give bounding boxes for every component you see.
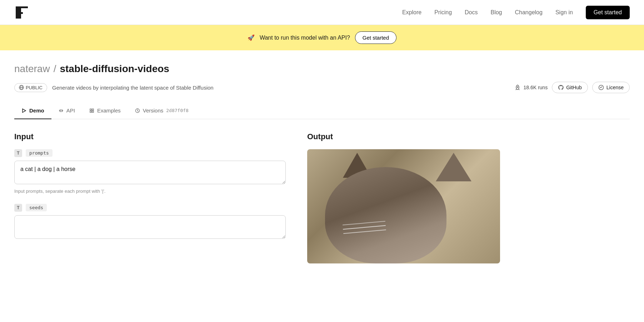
- tab-versions-label: Versions: [143, 107, 164, 114]
- runs-count: 18.6K runs: [514, 84, 548, 91]
- github-label: GitHub: [566, 85, 582, 90]
- breadcrumb-owner[interactable]: nateraw: [14, 63, 50, 75]
- tab-examples-label: Examples: [97, 107, 121, 114]
- tab-examples[interactable]: Examples: [82, 103, 128, 119]
- tab-versions-hash: 2d87f0f8: [166, 108, 189, 113]
- license-label: License: [606, 85, 624, 90]
- prompts-hint: Input prompts, separate each prompt with…: [14, 188, 286, 194]
- seeds-label-row: T seeds: [14, 204, 286, 212]
- breadcrumb-separator: /: [54, 63, 56, 75]
- model-meta: PUBLIC Generate videos by interpolating …: [14, 82, 630, 93]
- input-title: Input: [14, 132, 286, 141]
- clock-icon: [135, 108, 140, 113]
- nav-explore[interactable]: Explore: [402, 9, 421, 16]
- input-panel: Input T prompts Input prompts, separate …: [14, 132, 286, 263]
- svg-rect-12: [92, 111, 94, 112]
- cat-whiskers: [343, 225, 386, 229]
- nav-changelog[interactable]: Changelog: [515, 9, 543, 16]
- runs-label: 18.6K runs: [523, 85, 548, 90]
- page-content: nateraw / stable-diffusion-videos PUBLIC…: [0, 50, 644, 263]
- seeds-field-name: seeds: [26, 204, 47, 211]
- visibility-label: PUBLIC: [26, 85, 43, 90]
- tab-api-label: API: [66, 107, 75, 114]
- output-image: [307, 149, 500, 263]
- banner-get-started-button[interactable]: Get started: [355, 31, 396, 44]
- breadcrumb: nateraw / stable-diffusion-videos: [14, 63, 630, 75]
- banner-text: Want to run this model with an API?: [260, 35, 350, 41]
- examples-icon: [89, 108, 94, 113]
- nav-signin[interactable]: Sign in: [555, 9, 573, 16]
- prompts-type-icon: T: [14, 149, 22, 157]
- license-icon: [598, 85, 604, 90]
- nav-pricing[interactable]: Pricing: [434, 9, 452, 16]
- api-icon: [59, 108, 64, 113]
- breadcrumb-model[interactable]: stable-diffusion-videos: [60, 63, 169, 75]
- svg-point-6: [517, 86, 518, 88]
- rocket-icon: [514, 84, 521, 91]
- nav-get-started-button[interactable]: Get started: [586, 6, 630, 19]
- prompts-field-name: prompts: [26, 149, 53, 157]
- tab-demo[interactable]: Demo: [14, 103, 51, 119]
- model-meta-right: 18.6K runs GitHub License: [514, 82, 630, 93]
- github-button[interactable]: GitHub: [552, 82, 588, 93]
- model-description: Generate videos by interpolating the lat…: [52, 85, 214, 91]
- tab-versions[interactable]: Versions 2d87f0f8: [128, 103, 196, 119]
- main-content: Input T prompts Input prompts, separate …: [14, 132, 630, 263]
- output-title: Output: [307, 132, 630, 141]
- svg-rect-10: [92, 109, 94, 110]
- output-image-container: [307, 149, 500, 263]
- play-icon: [21, 108, 26, 113]
- tab-api[interactable]: API: [51, 103, 82, 119]
- nav-docs[interactable]: Docs: [465, 9, 478, 16]
- navbar: Explore Pricing Docs Blog Changelog Sign…: [0, 0, 644, 25]
- license-button[interactable]: License: [592, 82, 630, 93]
- globe-icon: [19, 85, 24, 90]
- tab-demo-label: Demo: [29, 107, 44, 114]
- api-banner: 🚀 Want to run this model with an API? Ge…: [0, 25, 644, 50]
- prompts-input[interactable]: [14, 161, 286, 184]
- svg-marker-8: [23, 109, 26, 112]
- seeds-type-icon: T: [14, 204, 22, 212]
- output-panel: Output: [307, 132, 630, 263]
- nav-blog[interactable]: Blog: [490, 9, 502, 16]
- tabs: Demo API Examples Versions 2d87f: [14, 103, 630, 119]
- banner-emoji: 🚀: [248, 34, 255, 41]
- logo[interactable]: [14, 5, 29, 20]
- prompts-label-row: T prompts: [14, 149, 286, 157]
- svg-rect-2: [16, 12, 23, 14]
- svg-rect-9: [90, 109, 91, 110]
- seeds-input[interactable]: [14, 215, 286, 239]
- cat-ear-right-shape: [436, 153, 471, 181]
- cat-head-shape: [325, 167, 446, 263]
- nav-links: Explore Pricing Docs Blog Changelog Sign…: [402, 6, 630, 19]
- svg-rect-11: [90, 111, 91, 112]
- visibility-badge: PUBLIC: [14, 83, 47, 92]
- model-meta-left: PUBLIC Generate videos by interpolating …: [14, 83, 214, 92]
- svg-rect-1: [16, 6, 28, 8]
- github-icon: [558, 85, 564, 90]
